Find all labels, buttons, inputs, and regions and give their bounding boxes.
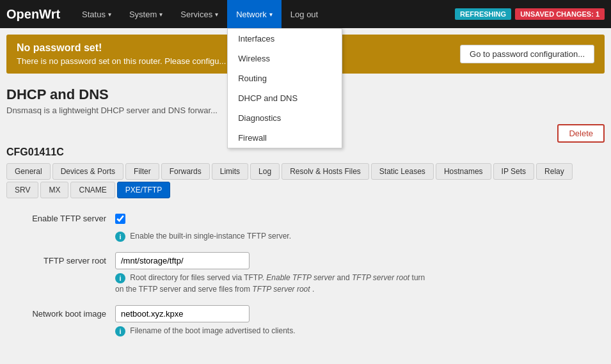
unsaved-changes-badge: UNSAVED CHANGES: 1 <box>515 8 605 20</box>
enable-tftp-row: Enable TFTP server i Enable the built-in… <box>6 210 605 242</box>
tab-devices-ports[interactable]: Devices & Ports <box>52 163 123 180</box>
dropdown-routing[interactable]: Routing <box>228 68 342 88</box>
enable-tftp-hint: i Enable the built-in single-instance TF… <box>115 230 435 242</box>
nav-logout[interactable]: Log out <box>282 0 327 28</box>
network-dropdown: Interfaces Wireless Routing DHCP and DNS… <box>227 28 342 148</box>
dropdown-diagnostics[interactable]: Diagnostics <box>228 108 342 128</box>
tab-relay[interactable]: Relay <box>536 163 573 180</box>
tab-cname[interactable]: CNAME <box>70 182 115 198</box>
network-boot-hint: i Filename of the boot image advertised … <box>115 325 435 336</box>
info-icon-boot: i <box>115 326 125 336</box>
nav-status[interactable]: Status ▾ <box>73 0 120 28</box>
status-arrow-icon: ▾ <box>108 11 111 18</box>
navbar: OpenWrt Status ▾ System ▾ Services ▾ Net… <box>0 0 611 28</box>
tab-hostnames[interactable]: Hostnames <box>436 163 491 180</box>
system-arrow-icon: ▾ <box>159 11 163 18</box>
info-icon-tftp: i <box>115 232 125 242</box>
brand-logo: OpenWrt <box>6 7 60 22</box>
tab-pxe-tftp[interactable]: PXE/TFTP <box>117 182 170 198</box>
services-arrow-icon: ▾ <box>215 11 218 18</box>
enable-tftp-checkbox-wrap <box>115 210 435 228</box>
tftp-root-row: TFTP server root i Root directory for fi… <box>6 252 605 295</box>
goto-password-button[interactable]: Go to password configuration... <box>460 45 594 63</box>
nav-badges: REFRESHING UNSAVED CHANGES: 1 <box>455 8 605 20</box>
tab-forwards[interactable]: Forwards <box>161 163 210 180</box>
tab-resolv-hosts[interactable]: Resolv & Hosts Files <box>282 163 369 180</box>
dropdown-wireless[interactable]: Wireless <box>228 49 342 68</box>
network-arrow-icon: ▾ <box>269 11 273 18</box>
nav-services[interactable]: Services ▾ <box>171 0 227 28</box>
nav-network[interactable]: Network ▾ Interfaces Wireless Routing DH… <box>227 0 282 28</box>
network-boot-label: Network boot image <box>13 305 115 319</box>
dropdown-interfaces[interactable]: Interfaces <box>228 29 342 49</box>
info-icon-tftp-root: i <box>115 273 125 283</box>
tftp-root-input[interactable] <box>115 252 250 269</box>
enable-tftp-checkbox[interactable] <box>115 214 125 224</box>
tab-log[interactable]: Log <box>250 163 280 180</box>
tftp-root-label: TFTP server root <box>13 252 115 265</box>
refreshing-badge: REFRESHING <box>455 8 511 20</box>
tab-general[interactable]: General <box>6 163 51 180</box>
dropdown-dhcp-dns[interactable]: DHCP and DNS <box>228 88 342 108</box>
tab-filter[interactable]: Filter <box>125 163 159 180</box>
delete-button[interactable]: Delete <box>557 124 605 143</box>
enable-tftp-label: Enable TFTP server <box>13 210 115 223</box>
tftp-root-control: i Root directory for files served via TF… <box>115 252 435 295</box>
nav-system[interactable]: System ▾ <box>120 0 171 28</box>
tabs: General Devices & Ports Filter Forwards … <box>6 163 605 198</box>
network-boot-row: Network boot image i Filename of the boo… <box>6 305 605 336</box>
nav-items: Status ▾ System ▾ Services ▾ Network ▾ I… <box>73 0 455 28</box>
tab-ip-sets[interactable]: IP Sets <box>493 163 534 180</box>
tab-static-leases[interactable]: Static Leases <box>371 163 434 180</box>
tftp-root-hint: i Root directory for files served via TF… <box>115 272 435 295</box>
tab-mx[interactable]: MX <box>40 182 68 198</box>
tab-limits[interactable]: Limits <box>212 163 248 180</box>
network-boot-input[interactable] <box>115 305 250 322</box>
enable-tftp-control: i Enable the built-in single-instance TF… <box>115 210 435 242</box>
network-boot-control: i Filename of the boot image advertised … <box>115 305 435 336</box>
dropdown-firewall[interactable]: Firewall <box>228 128 342 148</box>
tab-srv[interactable]: SRV <box>6 182 38 198</box>
pxe-tftp-form: Enable TFTP server i Enable the built-in… <box>6 207 605 349</box>
